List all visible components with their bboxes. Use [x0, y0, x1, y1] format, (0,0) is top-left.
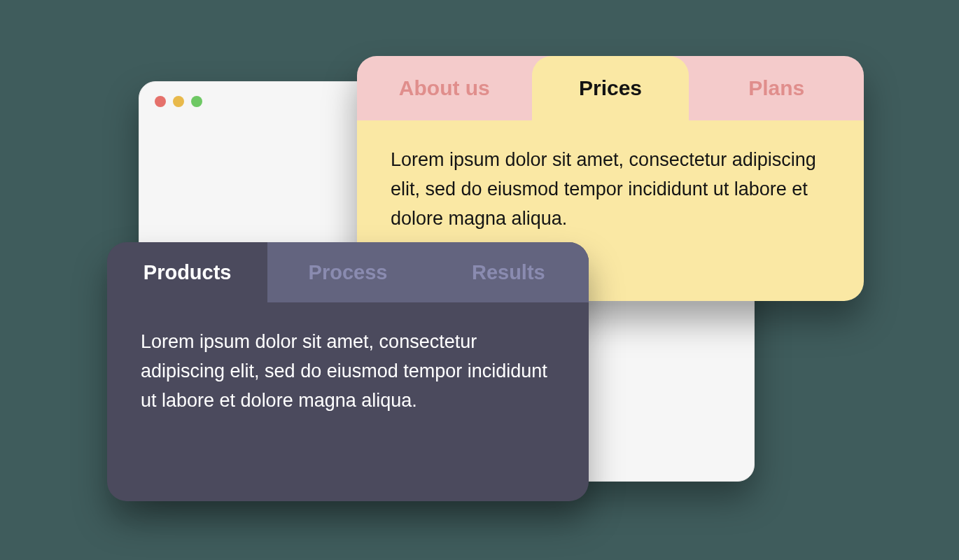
dark-tab-bar: Products Process Results	[107, 242, 589, 302]
tab-prices[interactable]: Prices	[532, 56, 690, 120]
maximize-icon[interactable]	[191, 96, 202, 107]
dark-content-text: Lorem ipsum dolor sit amet, consectetur …	[141, 328, 555, 416]
tab-results[interactable]: Results	[428, 242, 589, 302]
light-tab-bar: About us Prices Plans	[357, 56, 864, 120]
dark-tabs-card: Products Process Results Lorem ipsum dol…	[107, 242, 589, 501]
tab-about-us[interactable]: About us	[357, 56, 532, 120]
dark-tab-content: Lorem ipsum dolor sit amet, consectetur …	[107, 302, 589, 441]
close-icon[interactable]	[155, 96, 166, 107]
tab-plans[interactable]: Plans	[689, 56, 864, 120]
tab-process[interactable]: Process	[267, 242, 428, 302]
minimize-icon[interactable]	[173, 96, 184, 107]
tab-products[interactable]: Products	[107, 242, 267, 302]
light-content-text: Lorem ipsum dolor sit amet, consectetur …	[391, 146, 830, 234]
